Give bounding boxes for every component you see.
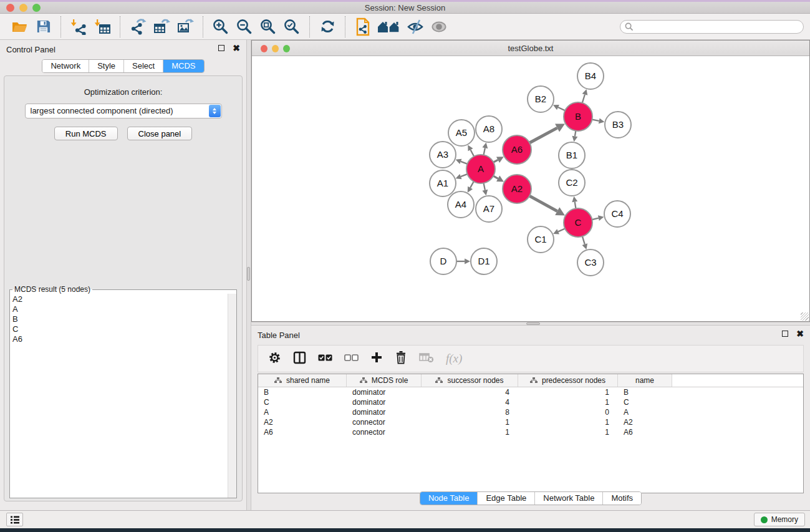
hide-graphics-details-button[interactable]: [403, 16, 427, 37]
float-panel-icon[interactable]: [218, 45, 224, 51]
graph-edge-A2-C[interactable]: [529, 196, 557, 211]
status-bar: Memory: [0, 510, 810, 528]
graph-edge-A-A8[interactable]: [484, 148, 485, 155]
export-image-button[interactable]: [173, 16, 197, 37]
graph-node-label: C1: [534, 234, 546, 244]
graph-edge-C-C4[interactable]: [592, 218, 598, 220]
function-builder-button[interactable]: f(x): [446, 352, 462, 365]
mcds-result-item[interactable]: A2: [12, 294, 228, 304]
tab-motifs[interactable]: Motifs: [602, 492, 641, 505]
new-network-from-selection-button[interactable]: [351, 16, 375, 37]
graph-edge-C-C1[interactable]: [558, 228, 565, 231]
graph-node-label: A: [478, 163, 484, 174]
open-session-button[interactable]: [7, 16, 31, 37]
tab-edge-table[interactable]: Edge Table: [477, 492, 534, 505]
column-header-label: shared name: [286, 376, 330, 385]
import-table-button[interactable]: [90, 16, 114, 37]
memory-button[interactable]: Memory: [754, 513, 805, 526]
tab-select[interactable]: Select: [123, 60, 163, 72]
graph-edge-A6-B[interactable]: [529, 128, 557, 143]
network-canvas[interactable]: B4B2BB3A5A8A6B1A3AC2A1A2A4A7C4CC1C3DD1: [252, 57, 809, 321]
network-graph[interactable]: B4B2BB3A5A8A6B1A3AC2A1A2A4A7C4CC1C3DD1: [252, 57, 810, 323]
splitter-handle[interactable]: [247, 267, 250, 281]
column-header-shared-name[interactable]: shared name: [258, 374, 347, 387]
tab-node-table[interactable]: Node Table: [420, 492, 478, 505]
splitter-handle[interactable]: [526, 322, 540, 325]
mcds-tab-content: Optimization criterion: largest connecte…: [4, 75, 243, 501]
mcds-result-item[interactable]: C: [12, 324, 228, 334]
table-row[interactable]: Cdominator41C: [258, 397, 803, 407]
mcds-result-item[interactable]: A6: [12, 334, 228, 344]
graph-edge-A-A4[interactable]: [470, 181, 474, 188]
tab-style[interactable]: Style: [89, 60, 123, 72]
graph-node-label: A2: [511, 183, 523, 194]
graph-edge-B-B4[interactable]: [582, 95, 585, 104]
home-button[interactable]: [375, 16, 403, 37]
mcds-result-list[interactable]: A2ABCA6: [10, 294, 228, 498]
table-cell: 0: [518, 408, 618, 417]
graph-node-label: D1: [478, 256, 489, 266]
window-resize-grip[interactable]: [801, 312, 809, 321]
search-input[interactable]: [620, 20, 804, 34]
table-cell: A: [258, 408, 347, 417]
graph-edge-C-C2[interactable]: [575, 201, 576, 208]
table-row[interactable]: Bdominator41B: [258, 387, 803, 397]
mcds-result-item[interactable]: B: [12, 314, 228, 324]
graph-edge-A-A7[interactable]: [484, 183, 485, 190]
table-row[interactable]: A2connector11A2: [258, 417, 803, 427]
table-cell: C: [258, 398, 347, 407]
graph-edge-A-A3[interactable]: [461, 162, 468, 164]
mcds-result-item[interactable]: A: [12, 304, 228, 314]
show-graphics-details-button[interactable]: [427, 16, 451, 37]
refresh-view-button[interactable]: [316, 16, 339, 37]
run-mcds-button[interactable]: Run MCDS: [54, 127, 118, 140]
deselect-all-button[interactable]: [344, 353, 359, 364]
import-network-button[interactable]: [67, 16, 90, 37]
add-column-button[interactable]: [370, 351, 383, 366]
float-panel-icon[interactable]: [782, 331, 788, 337]
zoom-out-button[interactable]: [233, 16, 256, 37]
tab-network-table[interactable]: Network Table: [534, 492, 602, 505]
column-header-name[interactable]: name: [618, 374, 672, 387]
optimization-criterion-dropdown[interactable]: largest connected component (directed): [25, 104, 222, 118]
graph-node-label: B1: [566, 150, 577, 160]
graph-edge-B-B2[interactable]: [558, 107, 565, 110]
result-list-scrollbar[interactable]: [228, 294, 236, 498]
export-table-button[interactable]: [150, 16, 173, 37]
tab-mcds[interactable]: MCDS: [163, 60, 203, 72]
close-panel-button[interactable]: Close panel: [127, 127, 193, 140]
zoom-fit-button[interactable]: [256, 16, 280, 37]
destroy-table-button[interactable]: [419, 352, 434, 365]
plus-icon: [370, 351, 383, 364]
panel-splitter-vertical[interactable]: [246, 40, 251, 510]
save-session-button[interactable]: [31, 16, 55, 37]
tab-network[interactable]: Network: [42, 60, 89, 72]
graph-edge-C-C3[interactable]: [582, 236, 585, 244]
graph-edge-B-B1[interactable]: [575, 131, 576, 137]
close-panel-icon[interactable]: ✖: [796, 331, 804, 337]
column-header-predecessor-nodes[interactable]: predecessor nodes: [518, 374, 618, 387]
zoom-in-icon: [212, 18, 229, 36]
column-header-successor-nodes[interactable]: successor nodes: [422, 374, 518, 387]
graph-node-label: B2: [535, 94, 546, 104]
unchecked-boxes-icon: [344, 354, 359, 362]
delete-column-button[interactable]: [395, 351, 407, 367]
export-network-button[interactable]: [126, 16, 150, 37]
zoom-in-button[interactable]: [209, 16, 233, 37]
graph-edge-A-A5[interactable]: [471, 150, 475, 156]
select-all-button[interactable]: [318, 353, 332, 364]
toolbar-search: [620, 20, 804, 34]
column-header-MCDS-role[interactable]: MCDS role: [347, 374, 422, 387]
table-row[interactable]: Adominator80A: [258, 407, 803, 417]
show-columns-button[interactable]: [293, 351, 306, 367]
table-settings-button[interactable]: [268, 351, 281, 367]
graph-edge-A-A1[interactable]: [461, 174, 468, 177]
close-panel-icon[interactable]: ✖: [233, 45, 240, 51]
zoom-selected-button[interactable]: [280, 16, 304, 37]
graph-edge-B-B3[interactable]: [592, 120, 599, 121]
save-floppy-icon: [36, 19, 51, 34]
task-history-button[interactable]: [6, 513, 23, 526]
table-row[interactable]: A6connector11A6: [258, 427, 803, 437]
graph-edge-A-A6[interactable]: [493, 160, 498, 162]
graph-edge-A-A2[interactable]: [493, 176, 498, 178]
